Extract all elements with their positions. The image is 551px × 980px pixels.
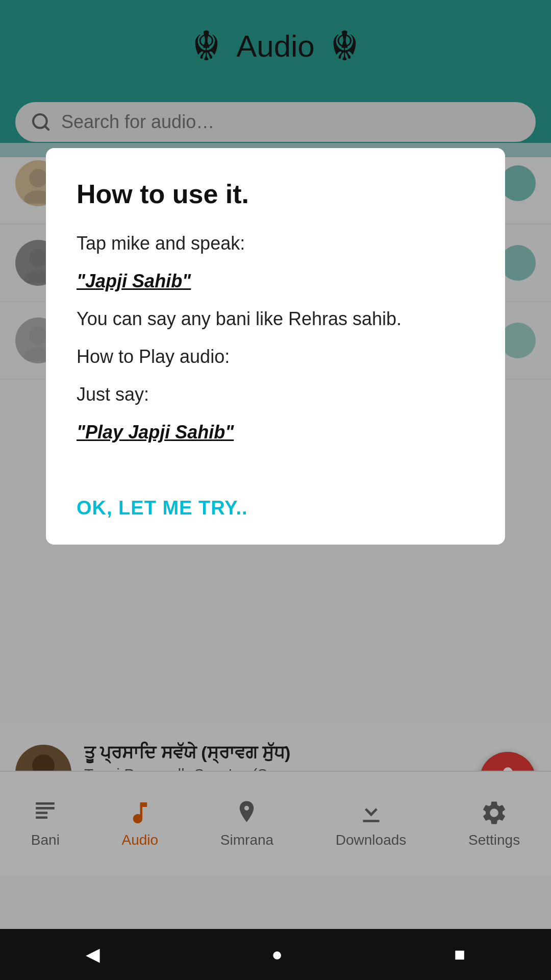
home-button[interactable]: ●: [271, 944, 283, 965]
dialog: How to use it. Tap mike and speak: "Japj…: [46, 148, 505, 545]
recent-button[interactable]: ■: [454, 944, 465, 965]
dialog-highlight2: "Play Japji Sahib": [77, 419, 474, 446]
dialog-highlight1: "Japji Sahib": [77, 267, 474, 295]
dialog-body: Tap mike and speak: "Japji Sahib" You ca…: [77, 230, 474, 446]
dialog-body-line3: How to Play audio:: [77, 343, 474, 371]
dialog-title: How to use it.: [77, 179, 474, 209]
android-nav-bar: ◀ ● ■: [0, 929, 551, 980]
back-button[interactable]: ◀: [86, 944, 100, 965]
dialog-ok-button[interactable]: OK, LET ME TRY..: [77, 497, 474, 519]
dialog-spacer: [77, 456, 474, 487]
dialog-body-line1: Tap mike and speak:: [77, 230, 474, 257]
dialog-body-line4: Just say:: [77, 381, 474, 408]
app-wrapper: ☬ Audio ☬ ਗਰ ਮੰਤ: [0, 0, 551, 929]
dialog-overlay: How to use it. Tap mike and speak: "Japj…: [0, 0, 551, 929]
dialog-body-line2: You can say any bani like Rehras sahib.: [77, 305, 474, 333]
